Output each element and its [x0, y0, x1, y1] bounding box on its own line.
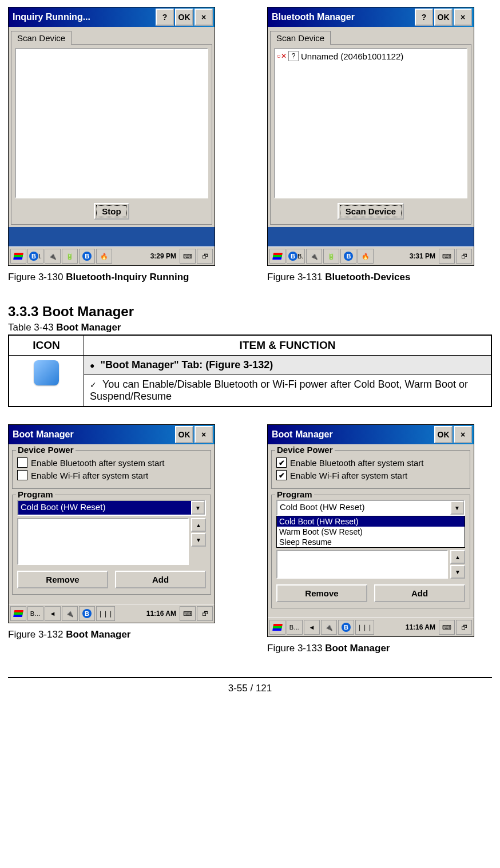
dropdown-option[interactable]: Warm Boot (SW Reset) — [277, 527, 465, 537]
dropdown-option[interactable]: Cold Boot (HW Reset) — [277, 516, 465, 527]
figure-132: Boot Manager OK × Device Power Enable Bl… — [8, 424, 233, 654]
taskbar[interactable]: BB. 🔌 🔋 B 🔥 3:31 PM ⌨ 🗗 — [268, 246, 474, 265]
taskbar-app[interactable]: B… — [27, 606, 43, 621]
spin-down-button[interactable]: ▼ — [191, 533, 206, 547]
bullet-icon: ● — [90, 361, 94, 370]
tab-panel: Stop — [11, 44, 212, 225]
taskbar[interactable]: B… ◄ 🔌 B ❘❘❘ 11:16 AM ⌨ 🗗 — [268, 618, 474, 636]
tray-icon[interactable]: 🔌 — [321, 620, 337, 635]
taskbar-bt[interactable]: BI. — [27, 249, 43, 264]
tray-icon[interactable]: B — [79, 606, 95, 621]
taskbar-bt[interactable]: BB. — [287, 249, 305, 264]
sip-icon[interactable]: ⌨ — [180, 249, 196, 264]
boot-manager-window: Boot Manager OK × Device Power ✔ Enable … — [267, 424, 474, 637]
taskbar[interactable]: B… ◄ 🔌 B ❘❘❘ 11:16 AM ⌨ 🗗 — [9, 604, 215, 623]
tray-icon[interactable]: 🔌 — [45, 249, 61, 264]
ok-button[interactable]: OK — [175, 9, 193, 26]
tray-icon[interactable]: ❘❘❘ — [355, 620, 374, 635]
program-dropdown[interactable]: Cold Boot (HW Reset) ▼ — [276, 500, 465, 516]
dropdown-value: Cold Boot (HW Reset) — [18, 501, 191, 515]
window-title: Boot Manager — [269, 429, 433, 440]
taskbar-app[interactable]: B… — [287, 620, 303, 635]
tray-icon[interactable]: B — [338, 620, 354, 635]
tray-icon[interactable]: 🔌 — [62, 606, 78, 621]
device-list[interactable]: ○✕ ? Unnamed (2046b1001122) — [274, 48, 467, 198]
window-title: Bluetooth Manager — [269, 12, 414, 22]
checkbox-wifi[interactable]: ✔ Enable Wi-Fi after system start — [276, 470, 465, 480]
checkbox-icon: ✔ — [276, 457, 287, 468]
dropdown-value: Cold Boot (HW Reset) — [277, 501, 450, 515]
desktop-icon[interactable]: 🗗 — [456, 249, 472, 264]
taskbar-clock: 3:29 PM — [148, 252, 178, 260]
program-list-row: ▲ ▼ — [17, 518, 206, 565]
stop-button[interactable]: Stop — [94, 203, 129, 220]
table-header-row: ICON ITEM & FUNCTION — [9, 335, 491, 356]
ok-button[interactable]: OK — [434, 426, 453, 443]
windows-flag-icon — [272, 253, 283, 260]
device-list[interactable] — [15, 48, 208, 198]
spin-down-button[interactable]: ▼ — [450, 565, 465, 579]
scan-device-button[interactable]: Scan Device — [338, 203, 404, 220]
tray-icon[interactable]: 🔋 — [323, 249, 339, 264]
window-body: Device Power ✔ Enable Bluetooth after sy… — [268, 444, 474, 618]
remove-button[interactable]: Remove — [276, 584, 367, 602]
tab-scan-device[interactable]: Scan Device — [11, 31, 72, 45]
close-button[interactable]: × — [454, 426, 472, 443]
tray-icon[interactable]: B — [79, 249, 95, 264]
list-item[interactable]: ○✕ ? Unnamed (2046b1001122) — [277, 51, 465, 61]
start-icon[interactable] — [269, 249, 285, 264]
taskbar[interactable]: BI. 🔌 🔋 B 🔥 3:29 PM ⌨ 🗗 — [9, 246, 215, 265]
titlebar: Boot Manager OK × — [9, 425, 215, 444]
figures-top-row: Inquiry Running... ? OK × Scan Device St… — [8, 7, 492, 283]
help-button[interactable]: ? — [415, 9, 433, 26]
tray-icon[interactable]: 🔥 — [96, 249, 112, 264]
program-list[interactable] — [276, 550, 448, 579]
tray-icon[interactable]: ◄ — [45, 606, 61, 621]
tab-scan-device[interactable]: Scan Device — [270, 31, 331, 45]
page-footer: 3-55 / 121 — [8, 677, 492, 694]
tray-icon[interactable]: ◄ — [304, 620, 320, 635]
program-group: Program Cold Boot (HW Reset) ▼ ▲ ▼ Remov… — [12, 495, 211, 595]
window-title: Boot Manager — [10, 429, 174, 440]
desktop-icon[interactable]: 🗗 — [197, 249, 213, 264]
help-button[interactable]: ? — [156, 9, 174, 26]
close-button[interactable]: × — [195, 9, 213, 26]
chevron-down-icon[interactable]: ▼ — [450, 501, 464, 515]
tray-icon[interactable]: B — [340, 249, 356, 264]
spin-up-button[interactable]: ▲ — [191, 518, 206, 532]
ok-button[interactable]: OK — [434, 9, 453, 26]
chevron-down-icon[interactable]: ▼ — [191, 501, 205, 515]
checkbox-bluetooth[interactable]: ✔ Enable Bluetooth after system start — [276, 457, 465, 468]
boot-manager-window: Boot Manager OK × Device Power Enable Bl… — [8, 424, 215, 623]
sip-icon[interactable]: ⌨ — [180, 606, 196, 621]
taskbar-clock: 11:16 AM — [403, 623, 438, 631]
desktop-icon[interactable]: 🗗 — [456, 620, 472, 635]
tray-icon[interactable]: 🔥 — [358, 249, 374, 264]
close-button[interactable]: × — [195, 426, 213, 443]
start-icon[interactable] — [269, 620, 285, 635]
remove-button[interactable]: Remove — [17, 571, 108, 588]
close-button[interactable]: × — [454, 9, 472, 26]
bluetooth-icon: B — [342, 623, 351, 632]
ok-button[interactable]: OK — [175, 426, 193, 443]
titlebar: Bluetooth Manager ? OK × — [268, 7, 474, 27]
dropdown-option[interactable]: Sleep Resume — [277, 537, 465, 547]
spin-up-button[interactable]: ▲ — [450, 550, 465, 564]
sip-icon[interactable]: ⌨ — [439, 249, 455, 264]
program-dropdown[interactable]: Cold Boot (HW Reset) ▼ — [17, 500, 206, 516]
program-list[interactable] — [17, 518, 189, 565]
tray-icon[interactable]: 🔌 — [306, 249, 322, 264]
tray-icon[interactable]: ❘❘❘ — [96, 606, 115, 621]
add-button[interactable]: Add — [115, 571, 206, 588]
dropdown-options[interactable]: Cold Boot (HW Reset) Warm Boot (SW Reset… — [276, 516, 465, 548]
start-icon[interactable] — [10, 606, 26, 621]
checkbox-bluetooth[interactable]: Enable Bluetooth after system start — [17, 457, 206, 468]
start-icon[interactable] — [10, 249, 26, 264]
tray-icon[interactable]: 🔋 — [62, 249, 78, 264]
checkbox-wifi[interactable]: Enable Wi-Fi after system start — [17, 470, 206, 480]
device-name: Unnamed (2046b1001122) — [301, 51, 403, 61]
group-legend: Device Power — [275, 445, 335, 455]
desktop-icon[interactable]: 🗗 — [197, 606, 213, 621]
add-button[interactable]: Add — [374, 584, 465, 602]
sip-icon[interactable]: ⌨ — [439, 620, 455, 635]
